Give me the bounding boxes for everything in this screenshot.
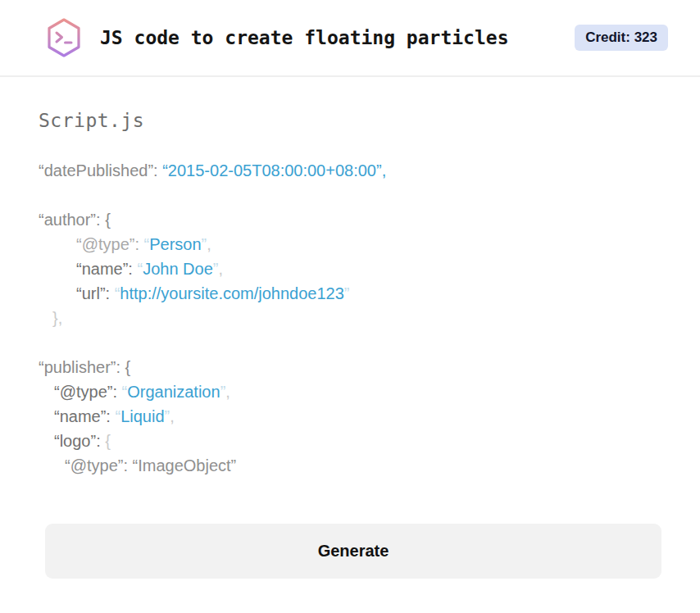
code-line: “url”: “http://yoursite.com/johndoe123” xyxy=(39,281,661,306)
page-title: JS code to create floating particles xyxy=(100,27,509,48)
code-token: “@type”: “ImageObject” xyxy=(65,456,236,475)
code-token: “2015-02-05T08:00:00+08:00”, xyxy=(162,161,386,179)
code-token: “name”: xyxy=(76,260,137,278)
code-line: “@type”: “Person”, xyxy=(39,232,661,257)
code-token: “datePublished”: xyxy=(39,161,162,179)
code-token: http://yoursite.com/johndoe123 xyxy=(120,284,344,302)
code-token: , xyxy=(207,235,211,253)
code-token: Organization xyxy=(127,383,220,401)
code-line: }, xyxy=(39,306,661,330)
hexagon-outline xyxy=(49,20,79,56)
code-block: “datePublished”: “2015-02-05T08:00:00+08… xyxy=(39,158,661,478)
code-line: “publisher”: { xyxy=(39,355,661,379)
code-token: “author”: { xyxy=(39,211,111,229)
code-token: , xyxy=(225,383,230,401)
code-token: “@type”: xyxy=(54,383,122,401)
code-token: { xyxy=(105,432,111,450)
code-token: “logo”: xyxy=(54,432,105,450)
code-token: , xyxy=(170,407,175,425)
code-line: “@type”: “ImageObject” xyxy=(39,453,661,478)
code-line: “datePublished”: “2015-02-05T08:00:00+08… xyxy=(39,158,661,183)
code-token: ” xyxy=(344,284,350,302)
code-token: “url”: xyxy=(76,284,115,302)
header: JS code to create floating particles Cre… xyxy=(0,0,700,77)
code-token: John Doe xyxy=(143,260,213,278)
credit-badge: Credit: 323 xyxy=(575,25,668,51)
code-line: “@type”: “Organization”, xyxy=(39,379,661,404)
terminal-hexagon-logo-icon xyxy=(45,17,83,58)
footer: Generate xyxy=(0,524,700,579)
code-line xyxy=(39,183,661,207)
code-line: “name”: “Liquid”, xyxy=(39,404,661,429)
code-line: “name”: “John Doe”, xyxy=(39,257,661,281)
code-token: “@type”: xyxy=(76,235,144,253)
code-line xyxy=(39,330,661,355)
code-token: “publisher”: { xyxy=(39,358,130,376)
code-token: }, xyxy=(52,309,62,327)
generate-button[interactable]: Generate xyxy=(45,524,661,579)
code-token: Liquid xyxy=(120,407,164,425)
code-line: “logo”: { xyxy=(39,429,661,453)
code-token: “name”: xyxy=(54,407,115,425)
main-content: Script.js “datePublished”: “2015-02-05T0… xyxy=(0,110,700,478)
code-token: , xyxy=(218,260,223,278)
script-filename-label: Script.js xyxy=(39,110,661,131)
prompt-chevron-icon xyxy=(57,33,62,42)
code-line: “author”: { xyxy=(39,207,661,232)
code-token: Person xyxy=(149,235,201,253)
